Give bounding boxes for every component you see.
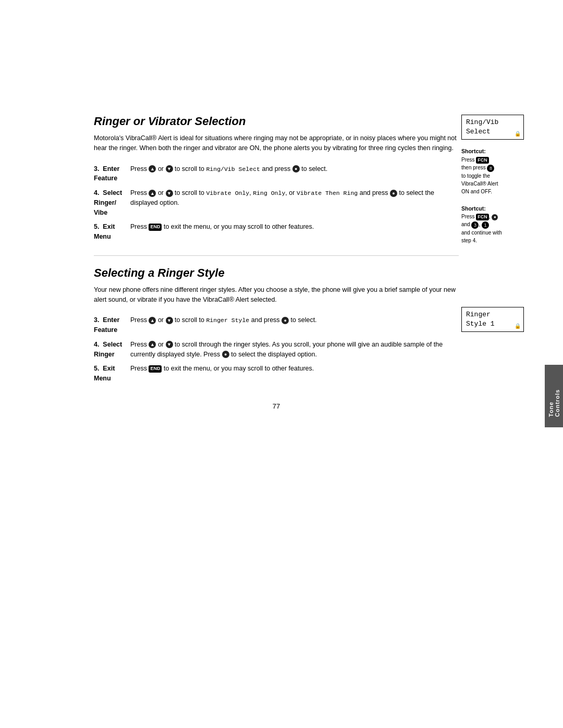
- select-icon5: ●: [492, 214, 498, 220]
- table-row: 3. Enter Feature Press ▲ or ▼ to scroll …: [94, 163, 459, 187]
- select-icon: ●: [292, 165, 300, 172]
- select-icon4: ●: [222, 351, 229, 358]
- lock-icon-2: 🔒: [515, 323, 521, 329]
- shortcut-box-1: Shortcut: Press FCN then press 8 to togg…: [461, 147, 537, 195]
- side-tab-label: Tone Controls: [548, 375, 560, 417]
- step5-number: 5. Exit Menu: [94, 220, 130, 245]
- tone-controls-tab: Tone Controls: [545, 365, 563, 427]
- s2-step3-number: 3. Enter Feature: [94, 314, 130, 338]
- down-arrow-icon2: ▼: [166, 190, 173, 197]
- shortcut1-line5: ON and OFF.: [461, 188, 537, 195]
- table-row: 5. Exit Menu Press END to exit the menu,…: [94, 220, 459, 245]
- shortcut1-title: Shortcut:: [461, 147, 537, 156]
- lock-icon-1: 🔒: [515, 131, 521, 137]
- step4-number: 4. Select Ringer/ Vibe: [94, 187, 130, 220]
- right-sidebar: Ring/VibSelect 🔒 Shortcut: Press FCN the…: [461, 115, 537, 340]
- screen-display-2: RingerStyle 1 🔒: [461, 307, 524, 332]
- section-ringer-vibrator: Ringer or Vibrator Selection Motorola's …: [94, 115, 459, 245]
- section2-title: Selecting a Ringer Style: [94, 266, 459, 280]
- main-content: Ringer or Vibrator Selection Motorola's …: [94, 115, 459, 728]
- section2-steps-table: 3. Enter Feature Press ▲ or ▼ to scroll …: [94, 314, 459, 387]
- screen-display-1: Ring/VibSelect 🔒: [461, 115, 524, 140]
- shortcut2-line3: and continue with: [461, 229, 537, 237]
- shortcut2-line1: Press FCN, ●: [461, 213, 537, 220]
- screen-text-2: RingerStyle 1: [466, 310, 519, 329]
- end-badge2: END: [149, 365, 162, 373]
- select-icon2: ●: [390, 190, 397, 197]
- shortcut1-line2: then press 8: [461, 164, 537, 171]
- up-arrow-icon: ▲: [149, 165, 156, 172]
- step3-desc: Press ▲ or ▼ to scroll to Ring/Vib Selec…: [130, 163, 459, 187]
- step4-desc: Press ▲ or ▼ to scroll to Vibrate Only, …: [130, 187, 459, 220]
- shortcut2-line4: step 4.: [461, 237, 537, 244]
- up-arrow-icon3: ▲: [149, 317, 156, 324]
- table-row: 3. Enter Feature Press ▲ or ▼ to scroll …: [94, 314, 459, 338]
- shortcut2-line2: and 3, 1: [461, 220, 537, 228]
- page-number: 77: [94, 402, 459, 410]
- shortcut2-title: Shortcut:: [461, 205, 537, 213]
- table-row: 4. Select Ringer/ Vibe Press ▲ or ▼ to s…: [94, 187, 459, 220]
- num1-badge: 1: [482, 221, 489, 229]
- shortcut1-line1: Press FCN: [461, 156, 537, 164]
- step5-desc: Press END to exit the menu, or you may s…: [130, 220, 459, 245]
- page: Ringer or Vibrator Selection Motorola's …: [0, 0, 563, 728]
- shortcut-box-2: Shortcut: Press FCN, ● and 3, 1 and cont…: [461, 205, 537, 244]
- shortcut1-line4: VibraCall® Alert: [461, 180, 537, 188]
- down-arrow-icon4: ▼: [166, 341, 173, 348]
- shortcut1-line3: to toggle the: [461, 172, 537, 180]
- section-divider: [94, 255, 459, 256]
- table-row: 5. Exit Menu Press END to exit the menu,…: [94, 362, 459, 387]
- num3-badge: 3: [471, 221, 479, 229]
- down-arrow-icon3: ▼: [166, 317, 173, 324]
- s2-step3-desc: Press ▲ or ▼ to scroll to Ringer Style a…: [130, 314, 459, 338]
- section1-intro: Motorola's VibraCall® Alert is ideal for…: [94, 133, 459, 153]
- table-row: 4. Select Ringer Press ▲ or ▼ to scroll …: [94, 338, 459, 363]
- s2-step5-desc: Press END to exit the menu, or you may s…: [130, 362, 459, 387]
- down-arrow-icon: ▼: [166, 165, 173, 172]
- end-badge: END: [149, 224, 162, 231]
- up-arrow-icon4: ▲: [149, 341, 156, 348]
- section2-intro: Your new phone offers nine different rin…: [94, 285, 459, 305]
- section1-steps-table: 3. Enter Feature Press ▲ or ▼ to scroll …: [94, 163, 459, 245]
- s2-step4-desc: Press ▲ or ▼ to scroll through the ringe…: [130, 338, 459, 363]
- s2-step4-number: 4. Select Ringer: [94, 338, 130, 363]
- section-ringer-style: Selecting a Ringer Style Your new phone …: [94, 266, 459, 387]
- section1-title: Ringer or Vibrator Selection: [94, 115, 459, 128]
- select-icon3: ●: [282, 317, 289, 324]
- fcn-badge2: FCN: [476, 214, 489, 221]
- num8-badge: 8: [487, 165, 494, 172]
- step3-number: 3. Enter Feature: [94, 163, 130, 187]
- fcn-badge1: FCN: [476, 157, 489, 164]
- screen-text-1: Ring/VibSelect: [466, 118, 519, 137]
- s2-step5-number: 5. Exit Menu: [94, 362, 130, 387]
- up-arrow-icon2: ▲: [149, 190, 156, 197]
